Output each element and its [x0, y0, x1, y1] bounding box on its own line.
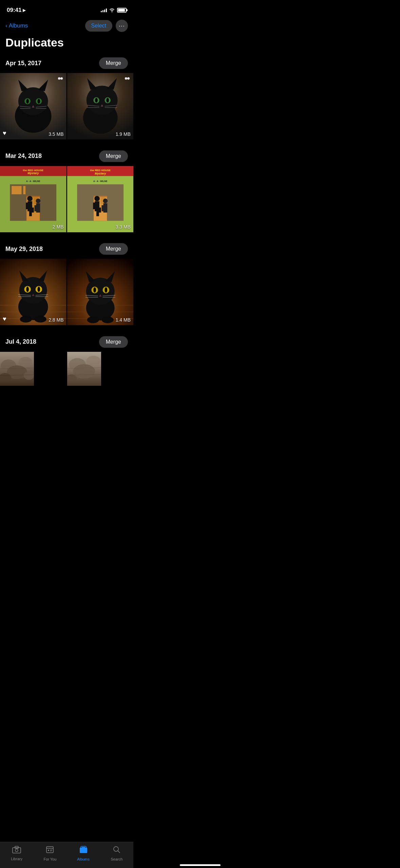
status-time: 09:41 ▶	[7, 7, 25, 14]
cat-photo-1	[0, 73, 66, 140]
svg-point-103	[93, 287, 96, 293]
svg-rect-74	[101, 205, 104, 211]
svg-point-72	[103, 198, 108, 203]
status-icons	[101, 7, 127, 13]
svg-point-105	[104, 287, 107, 293]
svg-point-18	[86, 86, 117, 115]
svg-point-14	[58, 77, 60, 79]
time-text: 09:41	[7, 7, 21, 14]
photo-size-badge: 1.9 MB	[116, 131, 131, 137]
svg-text:A · A · MILNE: A · A · MILNE	[26, 180, 40, 182]
svg-text:Mystery: Mystery	[95, 172, 106, 175]
svg-point-30	[125, 77, 127, 79]
photo-item[interactable]	[0, 352, 34, 386]
heart-icon: ♥	[3, 315, 6, 323]
section-1-merge-button[interactable]: Merge	[99, 57, 128, 69]
section-3-photo-grid: ♥ 2.8 MB	[0, 259, 133, 325]
cat-floor-photo-1	[0, 259, 66, 325]
section-3-header: May 29, 2018 Merge	[0, 240, 133, 259]
photo-size-badge: 2 MB	[53, 224, 64, 230]
section-1: Apr 15, 2017 Merge	[0, 55, 133, 140]
svg-text:A · A · MILNE: A · A · MILNE	[93, 180, 107, 182]
svg-point-22	[95, 98, 98, 103]
photo-size-badge: 3.3 MB	[116, 224, 131, 230]
svg-rect-71	[96, 211, 99, 216]
photo-size-badge: 1.4 MB	[116, 317, 131, 323]
section-4-merge-button[interactable]: Merge	[99, 336, 128, 348]
svg-rect-54	[35, 205, 37, 211]
signal-bar-1	[101, 11, 102, 12]
svg-point-84	[26, 287, 29, 292]
section-2-merge-button[interactable]: Merge	[99, 150, 128, 162]
more-dots-icon: ···	[119, 22, 125, 30]
section-2-photo-grid: the RED HOUSE Mystery A · A · MILNE	[0, 166, 133, 233]
svg-text:Mystery: Mystery	[27, 171, 39, 175]
svg-point-112	[101, 317, 113, 323]
chevron-left-icon: ‹	[5, 22, 7, 29]
back-label: Albums	[9, 22, 28, 29]
svg-point-124	[73, 364, 95, 378]
back-button[interactable]: ‹ Albums	[5, 22, 28, 29]
section-4-header: Jul 4, 2018 Merge	[0, 333, 133, 352]
svg-point-52	[36, 198, 41, 203]
rock-photo-2	[67, 352, 101, 386]
rock-photo-1	[0, 352, 34, 386]
section-2-header: Mar 24, 2018 Merge	[0, 148, 133, 166]
cat-photo-2	[67, 73, 134, 140]
photo-item[interactable]: ♥ 2.8 MB	[0, 259, 66, 325]
svg-text:the RED HOUSE: the RED HOUSE	[90, 168, 110, 171]
photo-item[interactable]: 1.9 MB	[67, 73, 134, 140]
section-4-photo-grid	[0, 352, 133, 386]
photo-item[interactable]: the RED HOUSE Mystery A · A · MILNE	[0, 166, 66, 233]
nav-bar: ‹ Albums Select ···	[0, 18, 133, 35]
section-1-header: Apr 15, 2017 Merge	[0, 55, 133, 73]
svg-rect-46	[23, 186, 25, 194]
svg-point-118	[24, 371, 34, 380]
svg-point-31	[127, 77, 130, 79]
shared-icon	[124, 76, 131, 83]
shared-icon	[57, 76, 64, 83]
section-3-merge-button[interactable]: Merge	[99, 243, 128, 255]
photo-item[interactable]: ♥ 3.5 MB	[0, 73, 66, 140]
svg-point-92	[20, 316, 32, 323]
location-icon: ▶	[23, 8, 25, 13]
heart-icon: ♥	[3, 130, 6, 137]
section-2: Mar 24, 2018 Merge the RED HOUSE Mystery…	[0, 148, 133, 233]
svg-point-93	[35, 316, 46, 323]
photo-size-badge: 2.8 MB	[49, 317, 63, 323]
section-4: Jul 4, 2018 Merge	[0, 333, 133, 386]
signal-bar-3	[104, 10, 105, 12]
photo-item[interactable]: the RED HOUSE Mystery A · A · MILNE	[67, 166, 134, 233]
section-3: May 29, 2018 Merge	[0, 240, 133, 325]
svg-rect-45	[12, 186, 21, 194]
section-2-date: Mar 24, 2018	[5, 152, 42, 160]
svg-point-111	[87, 317, 99, 323]
photo-item[interactable]: 1.4 MB	[67, 259, 134, 325]
select-button[interactable]: Select	[85, 20, 112, 32]
svg-point-86	[37, 287, 40, 292]
section-1-date: Apr 15, 2017	[5, 60, 41, 67]
svg-point-24	[106, 98, 109, 103]
photo-item[interactable]	[67, 352, 101, 386]
svg-point-67	[94, 196, 100, 201]
svg-point-15	[60, 77, 63, 79]
section-1-photo-grid: ♥ 3.5 MB	[0, 73, 133, 140]
scroll-content: Apr 15, 2017 Merge	[0, 55, 133, 421]
svg-rect-51	[29, 211, 32, 216]
page-title: Duplicates	[0, 35, 133, 55]
section-4-date: Jul 4, 2018	[5, 338, 36, 345]
section-3-date: May 29, 2018	[5, 246, 43, 253]
more-button[interactable]: ···	[116, 20, 128, 32]
status-bar: 09:41 ▶	[0, 0, 133, 18]
photo-size-badge: 3.5 MB	[49, 131, 63, 137]
svg-point-47	[27, 196, 33, 201]
svg-point-8	[37, 99, 40, 104]
battery-fill	[118, 9, 125, 12]
svg-point-6	[26, 99, 29, 104]
svg-rect-49	[26, 202, 28, 209]
cat-floor-photo-2	[67, 259, 134, 325]
svg-point-2	[18, 87, 48, 115]
wifi-icon	[109, 7, 115, 13]
svg-text:the RED HOUSE: the RED HOUSE	[23, 168, 43, 171]
book-photo-2: the RED HOUSE Mystery A · A · MILNE	[67, 166, 134, 233]
